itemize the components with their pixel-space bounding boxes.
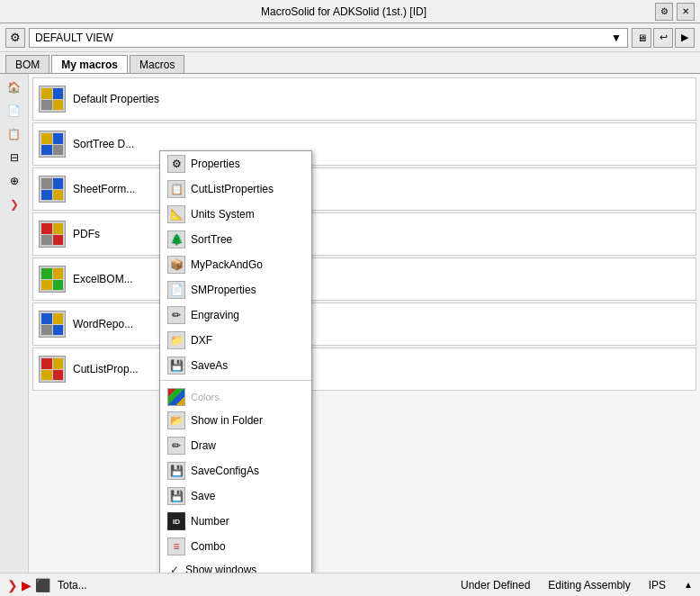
menu-item-showwindows[interactable]: ✓ Show windows — [160, 559, 311, 573]
close-button[interactable]: ✕ — [677, 3, 695, 21]
toolbar-icon-3[interactable]: ▶ — [675, 28, 695, 48]
macro-item-wordrepo[interactable]: WordRepo... — [32, 303, 696, 346]
menu-label-dxf: DXF — [191, 334, 212, 347]
menu-item-draw[interactable]: ✏ Draw — [160, 433, 311, 458]
macro-item-default-properties[interactable]: Default Properties — [32, 77, 696, 121]
macro-icon-pdfs — [39, 221, 66, 248]
macro-icon-excelbom — [39, 266, 66, 293]
smproperties-icon: 📄 — [167, 281, 185, 299]
sidebar-icon-doc[interactable]: 📄 — [4, 101, 24, 121]
macro-label-default-properties: Default Properties — [73, 93, 159, 105]
menu-item-saveconfigas[interactable]: 💾 SaveConfigAs — [160, 458, 311, 483]
menu-item-properties[interactable]: ⚙ Properties — [160, 151, 311, 176]
macro-label-excelbom: ExcelBOM... — [73, 273, 133, 285]
menu-label-showwindows: Show windows — [185, 564, 256, 573]
status-left: ❯ ▶ ⬛ Tota... — [7, 578, 87, 592]
menu-section-colors: Colors — [160, 383, 311, 408]
menu-item-smproperties[interactable]: 📄 SMProperties — [160, 277, 311, 303]
saveas-icon: 💾 — [167, 357, 185, 375]
content-area: Default Properties SortTree D... SheetFo… — [29, 74, 700, 573]
sidebar-icon-home[interactable]: 🏠 — [4, 77, 24, 97]
settings-button[interactable]: ⚙ — [655, 3, 673, 21]
menu-item-number[interactable]: ID Number — [160, 509, 311, 534]
toolbar-action-icons: 🖥 ↩ ▶ — [632, 28, 695, 48]
sidebar-icon-table[interactable]: ⊕ — [4, 171, 24, 191]
dxf-icon: 📁 — [167, 331, 185, 349]
status-icon-2[interactable]: ▶ — [22, 578, 31, 592]
combo-icon: ≡ — [167, 537, 185, 555]
sidebar-icon-grid[interactable]: ⊟ — [4, 148, 24, 167]
macro-item-sheetform[interactable]: SheetForm... — [32, 167, 696, 211]
menu-label-engraving: Engraving — [191, 309, 239, 321]
menu-label-sorttree: SortTree — [191, 233, 232, 246]
sidebar-icon-chart[interactable]: ❯ — [4, 194, 24, 214]
status-editing-assembly: Editing Assembly — [548, 579, 630, 591]
title-bar-title: MacroSolid for ADKSolid (1st.) [ID] — [32, 5, 655, 18]
unitssystem-icon: 📐 — [167, 205, 185, 223]
menu-item-mypackandgo[interactable]: 📦 MyPackAndGo — [160, 252, 311, 277]
mypackandgo-icon: 📦 — [167, 256, 185, 274]
menu-item-unitssystem[interactable]: 📐 Units System — [160, 202, 311, 227]
status-total-label: Tota... — [58, 579, 87, 591]
menu-label-saveas: SaveAs — [191, 359, 228, 372]
macro-item-pdfs[interactable]: PDFs — [32, 212, 696, 256]
macro-label-sheetform: SheetForm... — [73, 183, 135, 195]
number-icon: ID — [167, 512, 185, 530]
toolbar-icon-2[interactable]: ↩ — [653, 28, 673, 48]
sidebar-icon-list[interactable]: 📋 — [4, 124, 24, 144]
macro-label-wordrepo: WordRepo... — [73, 318, 133, 330]
sidebar: 🏠 📄 📋 ⊟ ⊕ ❯ — [0, 74, 29, 573]
macro-icon-sorttree — [39, 131, 66, 158]
toolbar-gear-button[interactable]: ⚙ — [5, 28, 25, 48]
title-bar: MacroSolid for ADKSolid (1st.) [ID] ⚙ ✕ — [0, 0, 700, 23]
tab-bom[interactable]: BOM — [5, 55, 49, 73]
tab-bar: BOM My macros Macros — [0, 52, 700, 74]
menu-label-draw: Draw — [191, 439, 216, 452]
menu-label-unitssystem: Units System — [191, 208, 255, 221]
toolbar-icon-1[interactable]: 🖥 — [632, 28, 651, 48]
tab-macros[interactable]: Macros — [130, 55, 184, 73]
cutlistproperties-icon: 📋 — [167, 180, 185, 198]
menu-item-combo[interactable]: ≡ Combo — [160, 534, 311, 559]
draw-icon: ✏ — [167, 437, 185, 455]
menu-label-showinfolder: Show in Folder — [191, 414, 263, 427]
macro-icon-wordrepo — [39, 311, 66, 338]
menu-item-engraving[interactable]: ✏ Engraving — [160, 303, 311, 328]
menu-item-sorttree[interactable]: 🌲 SortTree — [160, 227, 311, 252]
macro-label-cutlistprop: CutListProp... — [73, 363, 139, 375]
save-icon: 💾 — [167, 487, 185, 505]
macro-label-sorttree: SortTree D... — [73, 138, 134, 150]
macro-label-pdfs: PDFs — [73, 228, 100, 240]
title-bar-controls: ⚙ ✕ — [655, 3, 695, 21]
menu-item-dxf[interactable]: 📁 DXF — [160, 328, 311, 353]
macro-icon-default-properties — [39, 86, 66, 113]
menu-label-save: Save — [191, 490, 215, 502]
status-right: Under Defined Editing Assembly IPS ▲ — [461, 579, 693, 591]
chevron-down-icon: ▼ — [611, 32, 622, 44]
menu-item-saveas[interactable]: 💾 SaveAs — [160, 353, 311, 378]
status-icon-1[interactable]: ❯ — [7, 578, 18, 592]
macro-item-excelbom[interactable]: ExcelBOM... — [32, 257, 696, 301]
menu-item-showinfolder[interactable]: 📂 Show in Folder — [160, 408, 311, 433]
menu-label-smproperties: SMProperties — [191, 284, 256, 296]
status-icon-3[interactable]: ⬛ — [35, 578, 50, 592]
menu-label-number: Number — [191, 515, 229, 528]
menu-label-cutlistproperties: CutListProperties — [191, 183, 274, 195]
sorttree-icon: 🌲 — [167, 230, 185, 248]
menu-label-properties: Properties — [191, 158, 240, 170]
status-under-defined: Under Defined — [461, 579, 530, 591]
view-dropdown[interactable]: DEFAULT VIEW ▼ — [29, 28, 628, 48]
macro-item-cutlistprop[interactable]: CutListProp... — [32, 348, 696, 391]
macro-item-sorttree[interactable]: SortTree D... — [32, 122, 696, 166]
menu-item-cutlistproperties[interactable]: 📋 CutListProperties — [160, 176, 311, 202]
menu-separator-1 — [160, 380, 311, 381]
macro-icon-cutlistprop — [39, 356, 66, 383]
colors-section-icon — [167, 388, 185, 406]
tab-mymacros[interactable]: My macros — [51, 55, 128, 73]
menu-item-save[interactable]: 💾 Save — [160, 483, 311, 509]
view-dropdown-label: DEFAULT VIEW — [35, 32, 113, 44]
menu-label-mypackandgo: MyPackAndGo — [191, 258, 263, 271]
status-arrow-up[interactable]: ▲ — [684, 580, 693, 590]
properties-icon: ⚙ — [167, 155, 185, 173]
menu-label-saveconfigas: SaveConfigAs — [191, 465, 259, 477]
